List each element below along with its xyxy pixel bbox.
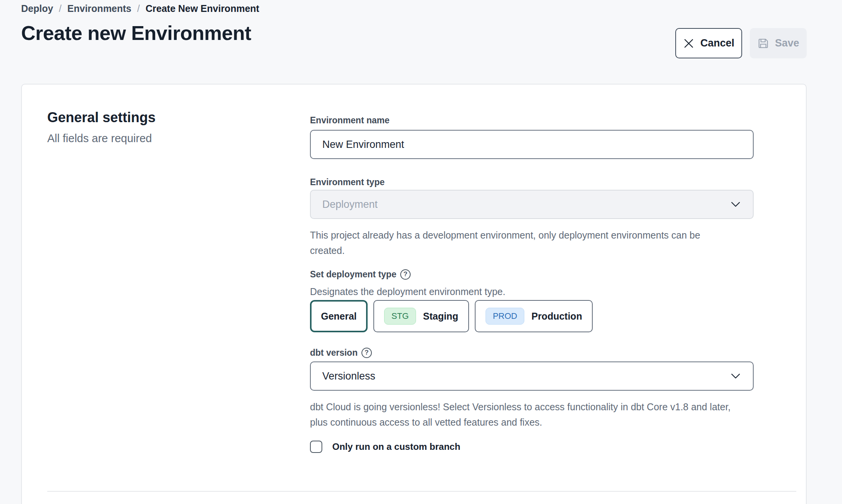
deployment-type-staging-label: Staging (423, 311, 458, 322)
deployment-type-production[interactable]: PROD Production (475, 300, 593, 332)
breadcrumb-separator: / (137, 3, 140, 14)
deployment-type-label-text: Set deployment type (310, 269, 396, 280)
environment-type-select: Deployment (310, 190, 754, 219)
save-button-label: Save (775, 37, 799, 49)
environment-form: Environment name Environment type Deploy… (310, 114, 754, 453)
section-divider (47, 491, 796, 492)
cancel-button-label: Cancel (700, 37, 734, 49)
breadcrumb-separator: / (59, 3, 61, 14)
deployment-type-options: General STG Staging PROD Production (310, 300, 754, 332)
cancel-button[interactable]: Cancel (675, 28, 742, 58)
save-icon (757, 37, 769, 50)
custom-branch-checkbox[interactable] (310, 441, 322, 453)
help-line: This project already has a development e… (310, 227, 754, 243)
dbt-version-value: Versionless (322, 370, 375, 382)
section-subtitle: All fields are required (47, 131, 156, 145)
general-settings-card: General settings All fields are required… (21, 84, 807, 504)
deployment-type-staging[interactable]: STG Staging (373, 300, 469, 332)
environment-type-help: This project already has a development e… (310, 227, 754, 258)
help-line: dbt Cloud is going versionless! Select V… (310, 399, 754, 414)
section-head: General settings All fields are required (47, 110, 156, 145)
deployment-type-label: Set deployment type ? (310, 269, 754, 280)
production-badge: PROD (486, 308, 525, 325)
save-button[interactable]: Save (750, 28, 807, 58)
custom-branch-row: Only run on a custom branch (310, 441, 754, 453)
environment-type-label: Environment type (310, 176, 754, 188)
deployment-type-production-label: Production (531, 311, 582, 322)
help-line: plus continuous access to all vetted fea… (310, 414, 754, 430)
dbt-version-help: dbt Cloud is going versionless! Select V… (310, 399, 754, 430)
chevron-down-icon (731, 201, 741, 207)
help-icon[interactable]: ? (400, 269, 411, 280)
staging-badge: STG (384, 308, 416, 325)
environment-name-input[interactable] (310, 130, 754, 159)
breadcrumb-deploy[interactable]: Deploy (21, 3, 53, 14)
help-icon[interactable]: ? (361, 348, 372, 358)
create-environment-page: Deploy / Environments / Create New Envir… (0, 0, 842, 504)
breadcrumb-environments[interactable]: Environments (67, 3, 131, 14)
help-line: created. (310, 243, 754, 258)
deployment-type-description: Designates the deployment environment ty… (310, 284, 754, 299)
breadcrumb-current: Create New Environment (146, 3, 259, 14)
chevron-down-icon (731, 373, 741, 379)
section-title: General settings (47, 110, 156, 125)
breadcrumb: Deploy / Environments / Create New Envir… (21, 3, 259, 14)
environment-name-label: Environment name (310, 114, 754, 126)
environment-type-value: Deployment (322, 199, 378, 211)
custom-branch-label[interactable]: Only run on a custom branch (332, 441, 460, 452)
deployment-type-general-label: General (321, 311, 356, 322)
deployment-type-general[interactable]: General (310, 300, 368, 332)
dbt-version-label: dbt version ? (310, 347, 754, 358)
dbt-version-label-text: dbt version (310, 347, 358, 358)
close-icon (683, 38, 694, 49)
page-title: Create new Environment (21, 22, 251, 45)
dbt-version-select[interactable]: Versionless (310, 361, 754, 391)
